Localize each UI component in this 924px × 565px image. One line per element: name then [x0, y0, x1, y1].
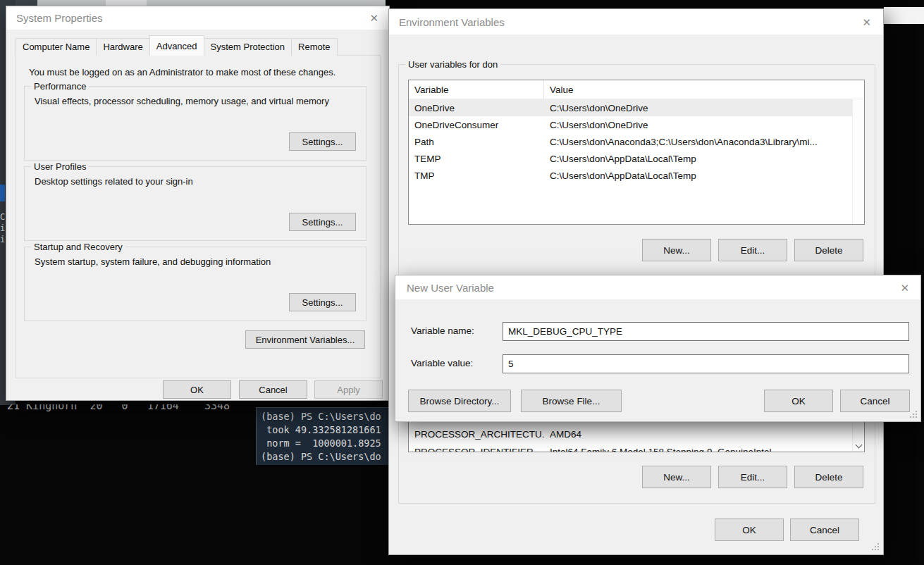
cell-value: Intel64 Family 6 Model 158 Stepping 9, G…	[544, 447, 852, 453]
cancel-button[interactable]: Cancel	[840, 390, 910, 412]
terminal-process-line: 21 Kinghorn 20 0 17164 3348	[7, 404, 261, 412]
performance-settings-button[interactable]: Settings...	[289, 132, 356, 151]
ok-button[interactable]: OK	[163, 380, 231, 399]
tab-computer-name[interactable]: Computer Name	[16, 38, 97, 56]
cell-variable: OneDriveConsumer	[409, 120, 544, 130]
cell-variable: Path	[409, 137, 544, 147]
variable-value-input[interactable]	[503, 354, 909, 373]
powershell-terminal: (base) PS C:\Users\do took 49.3325812816…	[256, 407, 390, 465]
terminal-line: norm = 1000001.8925	[261, 437, 390, 450]
system-properties-dialog: System Properties ✕ Computer Name Hardwa…	[6, 6, 390, 401]
column-header-value[interactable]: Value	[544, 85, 574, 95]
group-title: User Profiles	[31, 161, 89, 172]
apply-button: Apply	[314, 380, 383, 399]
chevron-down-icon	[856, 442, 863, 449]
background-titlebar-right-fragment	[884, 7, 924, 24]
column-header-variable[interactable]: Variable	[409, 80, 544, 99]
table-row[interactable]: Path C:\Users\don\Anaconda3;C:\Users\don…	[409, 133, 852, 150]
resize-grip-icon[interactable]	[872, 543, 880, 551]
terminal-process-line-clip: 21 Kinghorn 20 0 17164 3348	[7, 404, 261, 416]
group-title: Startup and Recovery	[31, 242, 125, 252]
variable-value-label: Variable value:	[411, 358, 473, 368]
dialog-title: System Properties	[16, 12, 103, 24]
ok-button[interactable]: OK	[764, 390, 833, 412]
cell-variable: TEMP	[409, 154, 544, 164]
dialog-title: Environment Variables	[399, 16, 505, 28]
system-delete-button[interactable]: Delete	[794, 466, 863, 488]
user-delete-button[interactable]: Delete	[794, 239, 863, 261]
system-properties-titlebar[interactable]: System Properties ✕	[6, 6, 389, 30]
cell-value: C:\Users\don\OneDrive	[544, 103, 852, 113]
new-user-variable-titlebar[interactable]: New User Variable ✕	[395, 275, 920, 299]
user-profiles-settings-button[interactable]: Settings...	[289, 213, 356, 231]
tab-remote[interactable]: Remote	[291, 38, 338, 56]
terminal-line: (base) PS C:\Users\do	[261, 410, 390, 423]
browse-file-button[interactable]: Browse File...	[521, 390, 622, 412]
dialog-title: New User Variable	[407, 282, 494, 294]
user-profiles-group: User Profiles Desktop settings related t…	[24, 166, 366, 241]
new-user-variable-dialog: New User Variable ✕ Variable name: Varia…	[395, 275, 921, 422]
resize-grip-icon[interactable]	[910, 411, 918, 418]
table-row[interactable]: OneDriveConsumer C:\Users\don\OneDrive	[409, 116, 852, 133]
tab-system-protection[interactable]: System Protection	[204, 38, 292, 56]
taskbar-icon-fragment	[0, 185, 5, 201]
table-header: Variable Value	[409, 80, 864, 99]
variable-name-input[interactable]	[503, 322, 909, 341]
startup-recovery-group: Startup and Recovery System startup, sys…	[24, 247, 366, 321]
environment-variables-titlebar[interactable]: Environment Variables ✕	[389, 9, 883, 35]
cell-variable: PROCESSOR_IDENTIFIER	[409, 447, 544, 453]
cell-value: C:\Users\don\AppData\Local\Temp	[544, 170, 852, 181]
table-row[interactable]: TMP C:\Users\don\AppData\Local\Temp	[409, 167, 852, 184]
desktop: C i i 21 Kinghorn 20 0 17164 3348 (base)…	[0, 0, 924, 565]
startup-recovery-settings-button[interactable]: Settings...	[289, 293, 356, 311]
performance-group: Performance Visual effects, processor sc…	[24, 86, 366, 161]
tab-hardware[interactable]: Hardware	[96, 38, 149, 56]
tab-advanced[interactable]: Advanced	[149, 35, 204, 56]
system-new-button[interactable]: New...	[642, 466, 711, 488]
group-description: Desktop settings related to your sign-in	[35, 176, 193, 187]
close-icon[interactable]: ✕	[900, 282, 909, 293]
cell-variable: TMP	[409, 170, 544, 181]
user-edit-button[interactable]: Edit...	[718, 239, 787, 261]
cell-variable: PROCESSOR_ARCHITECTU...	[409, 429, 544, 440]
table-row[interactable]: PROCESSOR_IDENTIFIER Intel64 Family 6 Mo…	[409, 443, 852, 452]
admin-notice: You must be logged on as an Administrato…	[29, 67, 335, 77]
ok-button[interactable]: OK	[715, 519, 784, 541]
cell-value: C:\Users\don\Anaconda3;C:\Users\don\Anac…	[544, 137, 852, 147]
terminal-line: took 49.332581281661	[261, 423, 390, 437]
group-description: System startup, system failure, and debu…	[35, 256, 271, 267]
table-row[interactable]: OneDrive C:\Users\don\OneDrive	[409, 99, 852, 116]
cell-variable: OneDrive	[409, 103, 544, 113]
terminal-line: (base) PS C:\Users\do	[261, 450, 390, 464]
cell-value: C:\Users\don\AppData\Local\Temp	[544, 154, 852, 164]
variable-name-label: Variable name:	[411, 325, 474, 336]
scrollbar-down-button[interactable]	[853, 440, 865, 452]
close-icon[interactable]: ✕	[369, 13, 378, 23]
table-row[interactable]: TEMP C:\Users\don\AppData\Local\Temp	[409, 150, 852, 167]
system-edit-button[interactable]: Edit...	[718, 466, 787, 488]
group-title: User variables for don	[405, 59, 500, 70]
environment-variables-button[interactable]: Environment Variables...	[245, 330, 365, 349]
cancel-button[interactable]: Cancel	[790, 519, 859, 541]
close-icon[interactable]: ✕	[862, 17, 871, 27]
browse-directory-button[interactable]: Browse Directory...	[408, 390, 511, 412]
cell-value: C:\Users\don\OneDrive	[544, 120, 852, 130]
table-scrollbar-track[interactable]	[852, 99, 864, 224]
user-new-button[interactable]: New...	[642, 239, 711, 261]
user-variables-table[interactable]: Variable Value OneDrive C:\Users\don\One…	[408, 80, 865, 225]
table-row[interactable]: PROCESSOR_ARCHITECTU... AMD64	[409, 426, 852, 442]
system-properties-tabs: Computer Name Hardware Advanced System P…	[16, 39, 337, 56]
cancel-button[interactable]: Cancel	[239, 380, 307, 399]
group-title: Performance	[31, 81, 89, 92]
cell-value: AMD64	[544, 429, 852, 440]
group-description: Visual effects, processor scheduling, me…	[35, 96, 329, 106]
